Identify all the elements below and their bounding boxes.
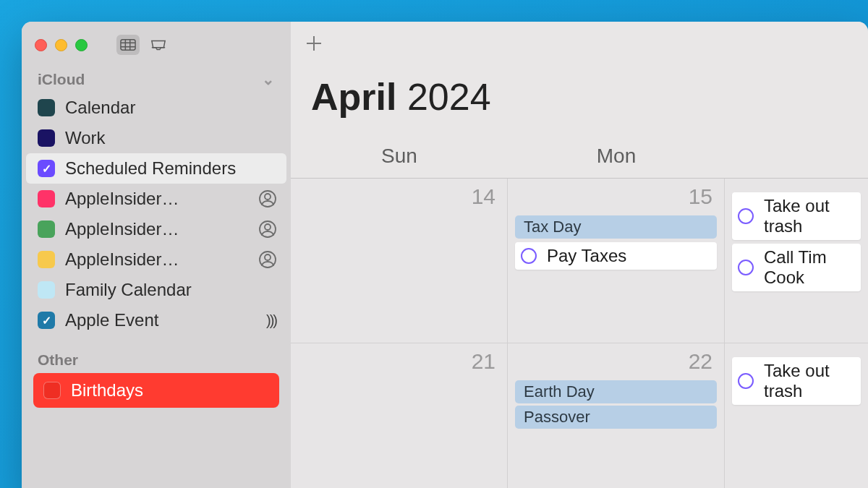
- year-label: 2024: [407, 76, 491, 118]
- calendar-color-swatch: [38, 221, 55, 238]
- window-titlebar: [22, 29, 291, 71]
- minimize-icon[interactable]: [55, 39, 67, 51]
- day-number: 14: [298, 184, 500, 213]
- main-toolbar: [291, 22, 868, 65]
- month-label: April: [311, 76, 396, 118]
- calendar-name: Calendar: [65, 98, 276, 118]
- day-number: [732, 184, 861, 189]
- day-header-row: Sun Mon: [291, 139, 868, 179]
- all-day-event[interactable]: Passover: [515, 406, 717, 429]
- sidebar-item-appleinsider-2[interactable]: AppleInsider…: [22, 214, 291, 244]
- reminder-item[interactable]: Call Tim Cook: [732, 244, 861, 291]
- calendar-color-swatch: [38, 312, 55, 329]
- reminder-title: Take out trash: [764, 196, 854, 236]
- reminder-title: Take out trash: [764, 361, 854, 401]
- broadcast-icon: ))): [266, 312, 276, 329]
- calendar-window: iCloud ⌄ Calendar Work Scheduled Reminde…: [22, 22, 868, 488]
- svg-rect-0: [121, 40, 135, 51]
- calendar-color-swatch: [43, 382, 61, 399]
- sidebar-item-birthdays[interactable]: Birthdays: [33, 373, 279, 408]
- shared-icon: [259, 190, 276, 207]
- sidebar-item-scheduled-reminders[interactable]: Scheduled Reminders: [26, 153, 286, 184]
- sidebar-item-work[interactable]: Work: [22, 123, 291, 153]
- calendar-color-swatch: [38, 129, 55, 147]
- day-number: 21: [298, 349, 500, 378]
- day-header-mon: Mon: [508, 139, 725, 178]
- day-number: 15: [515, 184, 717, 213]
- day-cell[interactable]: 22 Earth Day Passover: [508, 343, 725, 488]
- sidebar-item-family-calendar[interactable]: Family Calendar: [22, 275, 291, 305]
- calendar-name: AppleInsider…: [65, 189, 249, 209]
- reminder-circle-icon[interactable]: [738, 260, 754, 275]
- calendar-name: Scheduled Reminders: [65, 158, 272, 179]
- reminder-circle-icon[interactable]: [738, 208, 754, 224]
- calendar-color-swatch: [38, 281, 55, 299]
- shared-icon: [259, 251, 276, 268]
- all-day-event[interactable]: Tax Day: [515, 215, 717, 239]
- chevron-down-icon: ⌄: [262, 71, 275, 88]
- add-event-button[interactable]: [305, 35, 323, 52]
- all-day-event[interactable]: Earth Day: [515, 380, 717, 403]
- calendar-color-swatch: [38, 99, 55, 116]
- calendar-main: April 2024 Sun Mon 14 15 Tax Day Pay Tax…: [291, 22, 868, 488]
- svg-point-9: [265, 254, 271, 260]
- calendar-name: Birthdays: [71, 380, 269, 401]
- sidebar-item-calendar[interactable]: Calendar: [22, 93, 291, 123]
- calendar-grid-icon[interactable]: [116, 35, 140, 55]
- sidebar-item-appleinsider-1[interactable]: AppleInsider…: [22, 184, 291, 214]
- reminder-item[interactable]: Pay Taxes: [515, 242, 717, 270]
- calendar-list: Calendar Work Scheduled Reminders AppleI…: [22, 93, 291, 335]
- day-cell[interactable]: 21: [291, 343, 508, 488]
- calendar-color-swatch: [38, 190, 55, 207]
- sidebar-section-label: iCloud: [38, 71, 85, 88]
- calendar-grid: 14 15 Tax Day Pay Taxes Take out trash: [291, 179, 868, 488]
- sidebar: iCloud ⌄ Calendar Work Scheduled Reminde…: [22, 22, 291, 488]
- day-cell[interactable]: 14: [291, 179, 508, 343]
- reminder-item[interactable]: Take out trash: [732, 192, 861, 240]
- calendar-color-swatch: [38, 251, 55, 268]
- day-number: 22: [515, 349, 717, 378]
- day-number: [732, 349, 861, 354]
- shared-icon: [259, 221, 276, 238]
- traffic-lights: [35, 39, 88, 51]
- reminder-circle-icon[interactable]: [738, 373, 754, 389]
- day-header-next: [725, 139, 868, 178]
- reminder-title: Pay Taxes: [547, 246, 626, 266]
- reminder-title: Call Tim Cook: [764, 247, 854, 288]
- reminder-item[interactable]: Take out trash: [732, 357, 861, 405]
- calendar-name: Family Calendar: [65, 280, 276, 300]
- calendar-name: Work: [65, 128, 276, 148]
- sidebar-item-appleinsider-3[interactable]: AppleInsider…: [22, 244, 291, 275]
- day-header-sun: Sun: [291, 139, 508, 178]
- month-title: April 2024: [291, 65, 868, 139]
- day-cell[interactable]: 15 Tax Day Pay Taxes: [508, 179, 725, 343]
- reminder-circle-icon[interactable]: [521, 248, 537, 264]
- close-icon[interactable]: [35, 39, 47, 51]
- inbox-icon[interactable]: [147, 35, 170, 55]
- calendar-name: AppleInsider…: [65, 219, 249, 239]
- sidebar-section-icloud[interactable]: iCloud ⌄: [22, 71, 291, 93]
- svg-point-5: [265, 194, 271, 200]
- calendar-name: Apple Event: [65, 310, 256, 330]
- calendar-name: AppleInsider…: [65, 249, 249, 270]
- zoom-icon[interactable]: [75, 39, 88, 51]
- day-cell[interactable]: Take out trash: [725, 343, 868, 488]
- calendar-color-swatch: [38, 160, 55, 177]
- day-cell[interactable]: Take out trash Call Tim Cook: [725, 179, 868, 343]
- sidebar-item-apple-event[interactable]: Apple Event ))): [22, 305, 291, 335]
- sidebar-section-other[interactable]: Other: [22, 335, 291, 373]
- svg-point-7: [265, 224, 271, 230]
